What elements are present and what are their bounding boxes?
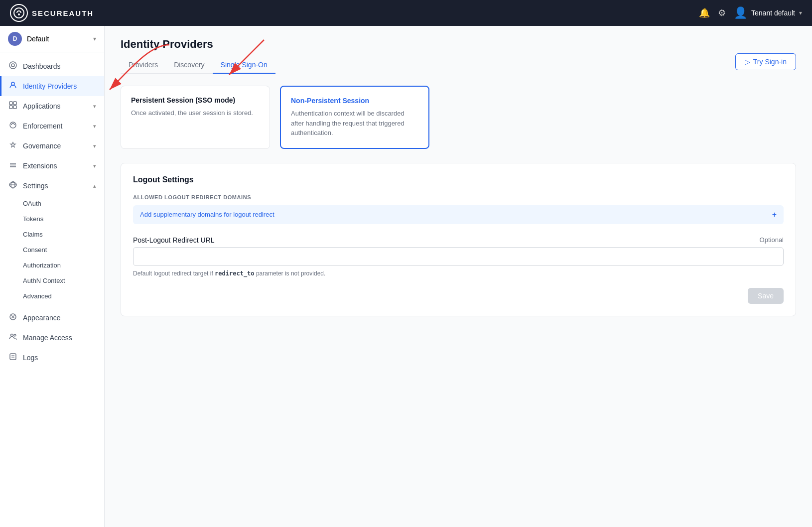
oauth-label: OAuth (23, 200, 41, 207)
svg-rect-11 (10, 165, 16, 166)
save-button[interactable]: Save (748, 288, 784, 304)
user-avatar-icon: 👤 (734, 6, 747, 19)
extensions-chevron-icon: ▾ (93, 163, 96, 169)
svg-point-16 (11, 334, 13, 337)
extensions-icon (8, 161, 18, 171)
sidebar-item-enforcement[interactable]: Enforcement ▾ (0, 116, 104, 136)
logout-domains-section: ALLOWED LOGOUT REDIRECT DOMAINS Add supp… (133, 194, 784, 224)
try-signin-play-icon: ▷ (745, 58, 750, 66)
dashboards-icon (8, 61, 18, 71)
governance-icon (8, 141, 18, 151)
sidebar-sub-authorization[interactable]: Authorization (0, 258, 104, 273)
tab-single-sign-on[interactable]: Single Sign-On (213, 57, 275, 74)
user-menu[interactable]: 👤 Tenant default ▾ (734, 6, 802, 19)
sidebar-item-applications[interactable]: Applications ▾ (0, 96, 104, 116)
tokens-label: Tokens (23, 215, 43, 223)
svg-point-3 (11, 64, 14, 67)
svg-point-2 (9, 62, 16, 69)
settings-chevron-icon: ▴ (93, 183, 96, 189)
persistent-session-card[interactable]: Persistent Session (SSO mode) Once activ… (121, 86, 270, 149)
post-logout-hint: Default logout redirect target if redire… (133, 269, 784, 278)
persistent-session-desc: Once activated, the user session is stor… (131, 108, 260, 118)
page-header-row: Identity Providers Providers Discovery S… (121, 38, 796, 86)
logout-settings-title: Logout Settings (133, 175, 784, 184)
enforcement-icon (8, 121, 18, 131)
identity-providers-icon (8, 81, 18, 91)
add-domain-row[interactable]: Add supplementary domains for logout red… (133, 205, 784, 224)
sidebar-item-extensions[interactable]: Extensions ▾ (0, 156, 104, 176)
appearance-icon (8, 313, 18, 323)
non-persistent-session-desc: Authentication context will be discarded… (291, 109, 418, 138)
notifications-icon[interactable]: 🔔 (699, 7, 710, 18)
sidebar-item-logs[interactable]: Logs (0, 348, 104, 368)
save-btn-row: Save (133, 288, 784, 304)
svg-rect-5 (9, 102, 12, 105)
post-logout-optional: Optional (760, 236, 784, 244)
page-title: Identity Providers (121, 38, 275, 51)
tenant-chevron-icon: ▾ (93, 35, 96, 42)
settings-icon[interactable]: ⚙ (718, 7, 726, 18)
page-title-section: Identity Providers Providers Discovery S… (121, 38, 275, 86)
logs-label: Logs (23, 354, 96, 362)
tenant-name: Tenant default (751, 9, 795, 17)
identity-providers-label: Identity Providers (23, 82, 96, 90)
non-persistent-session-card[interactable]: Non-Persistent Session Authentication co… (280, 86, 429, 149)
post-logout-field-header: Post-Logout Redirect URL Optional (133, 236, 784, 244)
claims-label: Claims (23, 231, 43, 238)
sidebar-sub-claims[interactable]: Claims (0, 227, 104, 242)
svg-rect-7 (9, 106, 12, 109)
sidebar-item-identity-providers[interactable]: Identity Providers (0, 76, 104, 96)
authorization-label: Authorization (23, 262, 61, 269)
tabs-wrapper: Providers Discovery Single Sign-On (121, 57, 275, 74)
field-hint-prefix: Default logout redirect target if (133, 270, 215, 277)
appearance-label: Appearance (23, 314, 96, 322)
app-name: SECURESECUREAUTHAUTH (32, 9, 94, 17)
sidebar-item-appearance[interactable]: Appearance (0, 308, 104, 328)
governance-chevron-icon: ▾ (93, 143, 96, 149)
applications-chevron-icon: ▾ (93, 103, 96, 110)
settings-nav-icon (8, 181, 18, 191)
sidebar-item-manage-access[interactable]: Manage Access (0, 328, 104, 348)
sidebar-sub-authn-context[interactable]: AuthN Context (0, 273, 104, 288)
extensions-label: Extensions (23, 162, 88, 170)
sidebar-sub-tokens[interactable]: Tokens (0, 211, 104, 227)
tab-providers[interactable]: Providers (121, 57, 166, 74)
post-logout-url-input[interactable] (133, 247, 784, 266)
top-navigation: SECURESECUREAUTHAUTH 🔔 ⚙ 👤 Tenant defaul… (0, 0, 812, 26)
add-domain-plus-icon: + (772, 210, 777, 219)
advanced-label: Advanced (23, 292, 52, 300)
svg-point-9 (10, 122, 16, 128)
tenant-chevron-icon: ▾ (799, 9, 802, 16)
allowed-domains-label: ALLOWED LOGOUT REDIRECT DOMAINS (133, 194, 784, 200)
governance-label: Governance (23, 142, 88, 150)
enforcement-label: Enforcement (23, 122, 88, 130)
tabs: Providers Discovery Single Sign-On (121, 57, 275, 74)
try-signin-button[interactable]: ▷ Try Sign-in (735, 53, 796, 70)
svg-rect-18 (10, 354, 16, 360)
non-persistent-session-title: Non-Persistent Session (291, 97, 418, 105)
sidebar-sub-oauth[interactable]: OAuth (0, 196, 104, 211)
sidebar-item-governance[interactable]: Governance ▾ (0, 136, 104, 156)
tenant-selector[interactable]: D Default ▾ (0, 26, 104, 52)
svg-rect-10 (10, 163, 16, 164)
logout-settings-container: Logout Settings ALLOWED LOGOUT REDIRECT … (121, 163, 796, 316)
sidebar-sub-advanced[interactable]: Advanced (0, 288, 104, 304)
dashboards-label: Dashboards (23, 62, 96, 70)
enforcement-chevron-icon: ▾ (93, 123, 96, 130)
svg-point-4 (11, 82, 14, 85)
persistent-session-title: Persistent Session (SSO mode) (131, 96, 260, 104)
svg-point-17 (14, 334, 16, 336)
sidebar: D Default ▾ Dashboards Identity Provider… (0, 26, 105, 527)
svg-point-1 (18, 13, 20, 15)
field-hint-code: redirect_to (215, 270, 254, 277)
sidebar-sub-consent[interactable]: Consent (0, 242, 104, 258)
content-area: Identity Providers Providers Discovery S… (105, 26, 812, 527)
tab-discovery[interactable]: Discovery (166, 57, 212, 74)
logo-icon (10, 4, 28, 22)
settings-label: Settings (23, 182, 88, 190)
tenant-label: Default (27, 35, 88, 43)
sidebar-item-dashboards[interactable]: Dashboards (0, 56, 104, 76)
svg-point-0 (14, 8, 24, 18)
sidebar-item-settings[interactable]: Settings ▴ (0, 176, 104, 196)
svg-rect-6 (13, 102, 16, 105)
